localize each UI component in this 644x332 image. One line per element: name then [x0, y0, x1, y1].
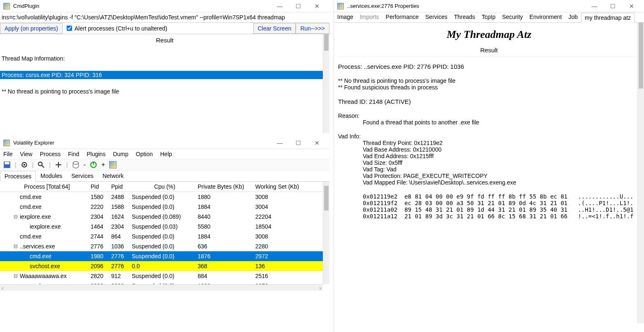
- cell-ws: 2972: [255, 253, 313, 260]
- command-input[interactable]: [0, 12, 329, 23]
- db-icon[interactable]: [72, 161, 79, 168]
- properties-tab[interactable]: my threadmap atz: [581, 13, 635, 23]
- maximize-button[interactable]: ☐: [289, 3, 308, 9]
- minimize-button[interactable]: —: [585, 3, 604, 9]
- table-row[interactable]: cmd.exe19802776Suspended (0.0)18762972: [0, 251, 329, 261]
- col-ws[interactable]: Working Set (Kb): [255, 183, 313, 190]
- properties-titlebar: ..services.exe:2776 Properties — ☐ ✕: [334, 0, 644, 12]
- search-icon[interactable]: [37, 161, 45, 168]
- properties-tab[interactable]: Performance: [383, 12, 422, 22]
- cell-pid: 2304: [91, 213, 111, 220]
- grid-header: Process [Total:64] Pid Ppid Cpu (%) Priv…: [0, 182, 329, 192]
- scroll-left-icon[interactable]: ‹: [2, 285, 4, 291]
- cell-ppid: 2488: [111, 194, 132, 200]
- thread-id-line: Thread ID: 2148 (ACTIVE): [338, 98, 640, 105]
- close-button[interactable]: ✕: [308, 140, 326, 146]
- explorer-toolbar: | | | | - +: [0, 159, 329, 171]
- tree-toggle-icon[interactable]: ⊟: [13, 214, 18, 220]
- tree-toggle-icon[interactable]: ⊟: [13, 273, 18, 279]
- scroll-right-icon[interactable]: ›: [319, 285, 321, 291]
- properties-tab[interactable]: TcpIp: [478, 12, 499, 22]
- vad-entry: Thread Entry Point: 0x12119e2: [338, 140, 640, 146]
- properties-tab[interactable]: Environment: [526, 12, 565, 22]
- cell-ppid: 2776: [111, 263, 132, 269]
- cell-pid: 1580: [91, 194, 111, 200]
- table-row[interactable]: cmd.exe15802488Suspended (0.0)18803008: [0, 192, 329, 202]
- cell-priv: 5580: [198, 223, 255, 230]
- reason-label: Reason:: [338, 112, 640, 119]
- warn-line: ** No thread is pointing to process's im…: [338, 77, 640, 84]
- hex-dump: 0x012119e2 e8 81 04 00 00 e9 9f fd ff ff…: [338, 193, 640, 220]
- tree-icon[interactable]: [55, 161, 62, 168]
- table-row[interactable]: svchost.exe209627760.0368136: [0, 261, 329, 271]
- app-icon: [337, 3, 344, 9]
- cmdplugin-title: CmdPlugin: [13, 3, 271, 9]
- svg-point-4: [39, 162, 42, 166]
- explorer-tab[interactable]: Network: [98, 171, 128, 181]
- table-row[interactable]: cmd.exe22201588Suspended (0.0)18843004: [0, 202, 329, 212]
- close-button[interactable]: ✕: [308, 3, 326, 9]
- table-row[interactable]: ⊟Waaaawaaawa.ex2820912Suspended (0.0)884…: [0, 271, 329, 281]
- explorer-tab[interactable]: Processes: [0, 171, 36, 182]
- explorer-menubar: FileViewProcessFindPluginsDumpOptionHelp: [0, 149, 329, 159]
- process-name: ..services.exe: [20, 243, 55, 250]
- menu-item[interactable]: Plugins: [86, 151, 105, 157]
- explorer-title: Volatility Explorer: [13, 140, 271, 146]
- process-line: Process: ..services.exe PID: 2776 PPID: …: [338, 63, 640, 70]
- properties-content: My Threadmap Atz Result Process: ..servi…: [334, 23, 644, 323]
- cell-pid: 2220: [91, 203, 111, 210]
- table-row[interactable]: cmd.exe2744864Suspended (0.0)18843008: [0, 231, 329, 241]
- explorer-tab[interactable]: Services: [67, 171, 98, 181]
- cell-ws: 2280: [255, 243, 313, 250]
- cell-ppid: 1624: [111, 213, 132, 220]
- properties-tab[interactable]: Image: [334, 12, 357, 22]
- table-row[interactable]: ⊟..services.exe27761036Suspended (0.0)63…: [0, 241, 329, 251]
- table-row[interactable]: ⊟iexplore.exe23041624Suspended (0.089)84…: [0, 212, 329, 222]
- alert-checkbox[interactable]: [67, 26, 72, 31]
- minimize-button[interactable]: —: [271, 3, 289, 9]
- app-icon[interactable]: [109, 161, 117, 168]
- col-priv[interactable]: Private Bytes (Kb): [198, 183, 255, 190]
- plus-icon[interactable]: +: [101, 161, 105, 168]
- clear-screen-button[interactable]: Clear Screen: [253, 23, 296, 34]
- menu-item[interactable]: View: [20, 151, 33, 157]
- maximize-button[interactable]: ☐: [604, 3, 622, 9]
- power-icon[interactable]: [90, 161, 97, 168]
- maximize-button[interactable]: ☐: [289, 140, 308, 146]
- menu-item[interactable]: Option: [136, 151, 153, 157]
- col-ppid[interactable]: Ppid: [111, 183, 132, 190]
- menu-item[interactable]: Help: [160, 151, 172, 157]
- menu-item[interactable]: Find: [68, 151, 79, 157]
- cell-ws: 3008: [255, 194, 313, 200]
- save-icon[interactable]: [3, 161, 11, 168]
- gear-icon[interactable]: [21, 161, 28, 168]
- cell-ws: 2516: [255, 273, 313, 279]
- properties-tab[interactable]: Threads: [450, 12, 478, 22]
- close-button[interactable]: ✕: [622, 3, 641, 9]
- properties-tab[interactable]: Imports: [357, 12, 383, 22]
- tree-toggle-icon[interactable]: ⊟: [13, 243, 18, 249]
- process-name: cmd.exe: [30, 253, 51, 260]
- apply-button[interactable]: Apply (on properties): [0, 23, 63, 34]
- col-pid[interactable]: Pid: [91, 183, 111, 190]
- col-cpu[interactable]: Cpu (%): [132, 183, 198, 190]
- menu-item[interactable]: Process: [40, 151, 61, 157]
- cell-pid: 2096: [91, 263, 111, 269]
- cell-priv: 1884: [198, 203, 255, 210]
- properties-tabs: ImageImportsPerformanceServicesThreadsTc…: [334, 12, 644, 23]
- col-process[interactable]: Process [Total:64]: [0, 183, 91, 190]
- menu-item[interactable]: File: [3, 151, 13, 157]
- minimize-button[interactable]: —: [271, 140, 289, 146]
- properties-tab[interactable]: Security: [499, 12, 526, 22]
- cell-pid: 2744: [91, 233, 111, 240]
- menu-item[interactable]: Dump: [113, 151, 128, 157]
- cell-pid: 1980: [91, 253, 111, 260]
- run-button[interactable]: Run-->>>: [296, 23, 329, 34]
- app-icon: [3, 140, 10, 146]
- properties-tab[interactable]: Services: [422, 12, 451, 22]
- explorer-tabs: ProcessesModulesServicesNetwork: [0, 171, 329, 182]
- minus-icon[interactable]: -: [84, 161, 86, 168]
- table-row[interactable]: iexplore.exe14642304Suspended (0.03)5580…: [0, 222, 329, 231]
- properties-tab[interactable]: Job: [565, 12, 581, 22]
- explorer-tab[interactable]: Modules: [36, 171, 67, 181]
